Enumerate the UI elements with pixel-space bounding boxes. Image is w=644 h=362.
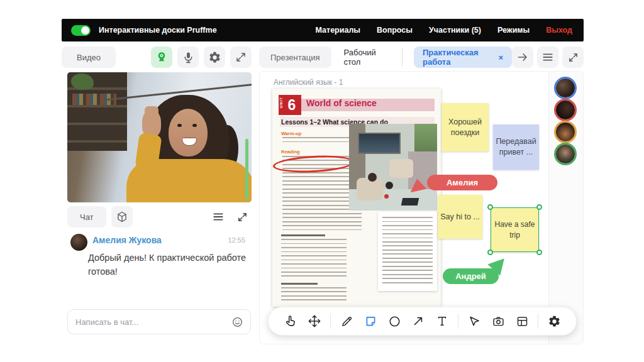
plant-decor [71,74,94,90]
text-icon [436,315,448,327]
sticker-note-selected[interactable]: Have a safe trip [491,207,539,252]
person-face [169,109,208,156]
next-board-button[interactable] [512,47,533,68]
gear-icon [548,315,561,328]
pencil-tool-button[interactable] [338,313,355,329]
textbook-paragraphs [281,234,347,304]
menu-icon [212,211,225,223]
photo-person [368,173,377,182]
cursor-name: Андрей [455,272,486,281]
photo-laptop [401,198,419,206]
toggle-knob [81,26,89,35]
sticker-text: Передавай привет ... [496,136,536,158]
resize-handle[interactable] [536,250,542,255]
sticker-note[interactable]: Хорошей поездки [441,103,489,151]
chat-menu-button[interactable] [209,207,228,226]
chat-fullscreen-button[interactable] [233,207,252,226]
participant-avatar[interactable] [554,121,577,143]
tabs-divider [402,48,402,67]
message-time: 12:55 [221,236,245,244]
camera-icon [492,315,505,328]
sticker-note[interactable]: Say hi to ... [438,195,482,239]
photo-couch [389,159,413,178]
webcam-video-feed[interactable] [67,72,252,202]
textbook-page[interactable]: UNIT 6 World of science Lessons 1–2 What… [272,89,441,307]
textbook-sidenote [378,212,437,291]
camera-tool-button[interactable] [490,313,506,329]
cube-button[interactable] [111,206,133,228]
whiteboard-area[interactable]: Английский язык - 1 UNIT 6 World of scie… [259,71,584,344]
tab-presentation[interactable]: Презентация [259,47,331,68]
paragraph-lines [281,239,347,279]
board-title: Английский язык - 1 [274,78,343,87]
menu-materials[interactable]: Материалы [316,26,360,35]
resize-handle[interactable] [536,204,542,210]
layout-icon [516,315,529,328]
message-author[interactable]: Амелия Жукова [92,235,162,245]
chat-button[interactable]: Чат [67,206,106,228]
menu-questions[interactable]: Вопросы [377,26,413,35]
unit-word: UNIT [279,97,283,108]
webcam-icon [155,50,169,64]
user-cursor-label: Амелия [427,175,497,190]
close-icon[interactable]: × [498,53,503,62]
board-fullscreen-button[interactable] [562,47,584,68]
arrow-tool-button[interactable] [410,313,426,329]
menu-icon [541,51,554,63]
message-avatar [70,234,87,251]
unit-badge: UNIT 6 [279,95,301,115]
top-menu: Материалы Вопросы Участники (5) Режимы В… [316,26,584,35]
move-tool-button[interactable] [306,313,323,329]
hand-tool-button[interactable] [282,313,299,329]
fullscreen-icon [568,52,579,63]
tab-desktop[interactable]: Рабочий стол [344,48,387,67]
resize-handle[interactable] [487,250,493,255]
resize-handle[interactable] [487,204,493,210]
sticker-note[interactable]: Передавай привет ... [493,124,539,170]
sticker-tool-button[interactable] [362,313,379,329]
paragraph-heading-line [281,283,318,285]
whiteboards-toggle[interactable] [71,25,91,36]
participant-avatar[interactable] [554,77,577,99]
eye [177,124,182,127]
pencil-icon [340,315,353,328]
text-tool-button[interactable] [434,313,450,329]
video-fullscreen-button[interactable] [230,47,252,68]
app-title: Интерактивные доски Pruffme [99,26,217,35]
webcam-button[interactable] [151,47,172,68]
board-menu-button[interactable] [537,47,558,68]
avatar-photo [556,123,575,141]
section-warmup: Warm-up [281,131,301,136]
user-cursor-label: Андрей [443,268,499,284]
menu-exit[interactable]: Выход [546,26,572,35]
arrow-right-icon [516,51,529,63]
ellipse-tool-button[interactable] [386,313,402,329]
chat-input-container [67,309,251,334]
photo-couch [357,178,383,200]
arrow-icon [412,315,425,327]
menu-participants[interactable]: Участники (5) [429,26,481,35]
pointer-icon [468,315,481,328]
pointer-tool-button[interactable] [466,313,482,329]
avatar-photo [556,79,575,97]
waving-hand [142,110,161,136]
board-settings-button[interactable] [546,313,562,329]
cube-icon [116,211,128,223]
smiley-icon[interactable] [231,316,243,328]
tab-label: Практическая работа [423,48,493,67]
chat-input[interactable] [68,317,231,327]
menu-modes[interactable]: Режимы [497,26,530,35]
toolbar-divider [458,314,458,329]
participant-avatar[interactable] [554,99,577,121]
toolbar-divider [330,314,331,329]
board-toolbar [268,307,577,336]
tab-practical-work[interactable]: Практическая работа × [414,47,512,68]
avatar-photo [556,145,575,163]
participant-avatar[interactable] [554,143,577,165]
message-text: Добрый день! К практической работе готов… [88,251,247,278]
ellipse-icon [388,315,401,328]
layout-tool-button[interactable] [514,313,530,329]
settings-button[interactable] [204,47,225,68]
video-button[interactable]: Видео [62,47,116,68]
mic-button[interactable] [177,47,199,68]
